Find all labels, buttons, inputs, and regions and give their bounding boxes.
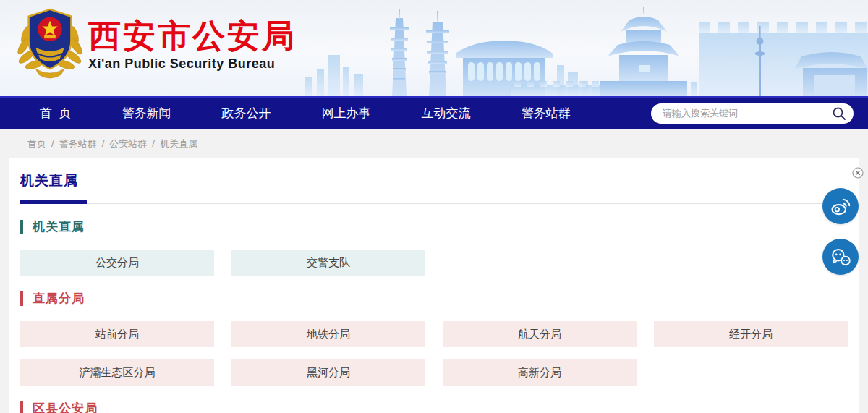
breadcrumb-link[interactable]: 机关直属 xyxy=(160,137,197,150)
nav-item[interactable]: 互动交流 xyxy=(421,105,470,122)
content-card: 机关直属 机关直属 公交分局交警支队 直属分局 站前分局地铁分局航天分局经开分局… xyxy=(9,158,859,413)
org-link-button[interactable]: 交警支队 xyxy=(231,250,425,276)
org-link-button[interactable]: 经开分局 xyxy=(654,321,848,347)
org-link-button[interactable]: 公交分局 xyxy=(20,250,214,276)
site-title: 西安市公安局 xyxy=(88,18,297,54)
wechat-share-button[interactable] xyxy=(822,239,859,275)
site-subtitle: Xi'an Public Security Bureau xyxy=(88,56,297,72)
org-button-grid: 站前分局地铁分局航天分局经开分局浐灞生态区分局黑河分局高新分局 xyxy=(20,321,848,386)
breadcrumb-separator: / xyxy=(102,138,105,149)
search-box xyxy=(651,103,854,124)
wechat-icon xyxy=(828,244,853,269)
close-float-widgets-button[interactable] xyxy=(852,167,864,179)
section-header: 直属分局 xyxy=(20,290,848,307)
search-input[interactable] xyxy=(663,108,832,119)
nav-item[interactable]: 首 页 xyxy=(40,105,71,122)
main-nav: 首 页 警务新闻 政务公开 网上办事 互动交流 警务站群 xyxy=(0,96,868,129)
org-section: 区县公安局 xyxy=(20,400,848,413)
section-title: 机关直属 xyxy=(33,218,85,235)
org-section: 机关直属 公交分局交警支队 xyxy=(20,218,848,276)
nav-item[interactable]: 警务站群 xyxy=(521,105,570,122)
org-button-grid: 公交分局交警支队 xyxy=(20,250,848,276)
tab-underline-track xyxy=(20,200,848,204)
close-icon xyxy=(852,167,864,179)
org-link-button[interactable]: 浐灞生态区分局 xyxy=(20,359,214,386)
section-title: 区县公安局 xyxy=(33,400,98,413)
weibo-share-button[interactable] xyxy=(822,188,859,224)
page-title: 机关直属 xyxy=(20,170,848,190)
xian-skyline-illustration xyxy=(297,0,868,96)
section-accent-bar xyxy=(20,401,23,413)
org-section: 直属分局 站前分局地铁分局航天分局经开分局浐灞生态区分局黑河分局高新分局 xyxy=(20,290,848,386)
weibo-icon xyxy=(828,194,853,218)
brand[interactable]: 西安市公安局 Xi'an Public Security Bureau xyxy=(14,4,297,80)
org-link-button[interactable]: 黑河分局 xyxy=(231,359,425,386)
search-icon xyxy=(832,106,846,121)
tab-underline xyxy=(20,200,87,204)
org-link-button[interactable]: 地铁分局 xyxy=(231,321,425,347)
nav-item[interactable]: 警务新闻 xyxy=(122,105,171,122)
section-header: 机关直属 xyxy=(20,218,848,235)
search-button[interactable] xyxy=(832,106,846,121)
police-badge-logo xyxy=(14,4,85,80)
section-accent-bar xyxy=(20,220,23,234)
breadcrumb-link[interactable]: 警务站群 xyxy=(59,137,97,150)
breadcrumb-link[interactable]: 首页 xyxy=(27,137,46,150)
org-link-button[interactable]: 站前分局 xyxy=(20,321,214,347)
nav-item[interactable]: 政务公开 xyxy=(221,105,271,122)
section-title: 直属分局 xyxy=(33,290,85,307)
org-link-button[interactable]: 航天分局 xyxy=(443,321,637,347)
site-header: 西安市公安局 Xi'an Public Security Bureau xyxy=(0,0,868,96)
nav-item[interactable]: 网上办事 xyxy=(321,105,370,122)
section-accent-bar xyxy=(20,291,23,306)
section-header: 区县公安局 xyxy=(20,400,848,413)
breadcrumb: 首页/警务站群/公安站群/机关直属 xyxy=(0,129,868,158)
breadcrumb-link[interactable]: 公安站群 xyxy=(109,137,147,150)
nav-menu: 首 页 警务新闻 政务公开 网上办事 互动交流 警务站群 xyxy=(0,105,570,122)
org-link-button[interactable]: 高新分局 xyxy=(443,359,637,386)
breadcrumb-separator: / xyxy=(51,138,54,149)
sections-container: 机关直属 公交分局交警支队 直属分局 站前分局地铁分局航天分局经开分局浐灞生态区… xyxy=(20,218,848,413)
breadcrumb-separator: / xyxy=(152,138,155,149)
